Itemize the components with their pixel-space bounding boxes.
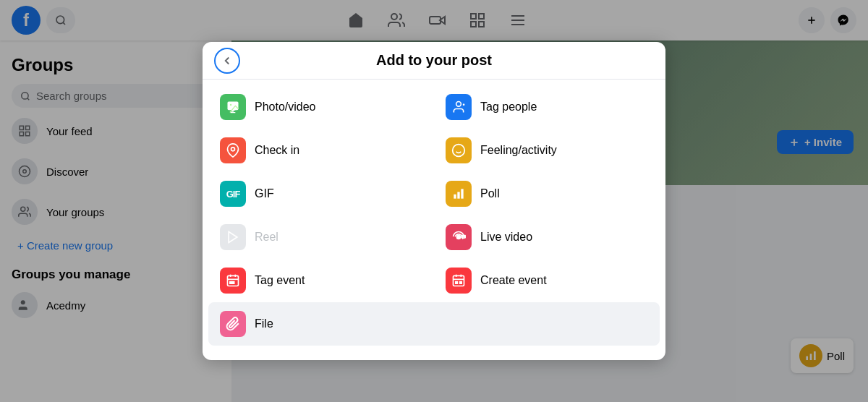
modal-item-create-event[interactable]: Create event [434, 259, 660, 302]
modal-item-photo-video[interactable]: Photo/video [208, 85, 434, 129]
svg-rect-51 [454, 275, 464, 286]
svg-point-30 [230, 104, 232, 106]
svg-rect-55 [456, 282, 458, 284]
svg-rect-50 [232, 282, 234, 284]
svg-rect-45 [228, 275, 239, 286]
svg-rect-39 [457, 192, 459, 199]
create-event-icon [446, 268, 472, 294]
modal-item-gif[interactable]: GIF GIF [208, 172, 434, 215]
tag-event-label: Tag event [255, 274, 305, 287]
poll-modal-icon [446, 181, 472, 207]
file-label: File [255, 317, 273, 330]
svg-marker-41 [229, 232, 237, 243]
svg-point-34 [231, 147, 235, 151]
modal-header: Add to your post [203, 42, 665, 80]
modal-back-button[interactable] [214, 48, 240, 74]
svg-point-35 [453, 145, 465, 157]
live-video-label: Live video [480, 231, 532, 244]
photo-video-icon [220, 94, 246, 120]
modal-item-live-video[interactable]: Live video [434, 215, 660, 259]
modal-item-feeling[interactable]: Feeling/activity [434, 129, 660, 172]
svg-rect-56 [460, 282, 462, 284]
photo-video-label: Photo/video [255, 100, 316, 114]
modal-item-tag-event[interactable]: Tag event [208, 259, 434, 302]
modal-items-grid: Photo/video Tag people Check in Feeling/… [203, 80, 665, 354]
reel-icon [220, 224, 246, 250]
svg-rect-49 [230, 282, 232, 284]
live-video-icon [446, 224, 472, 250]
svg-marker-44 [463, 236, 465, 238]
check-in-label: Check in [255, 144, 299, 157]
file-icon [220, 311, 246, 337]
feeling-icon [446, 137, 472, 163]
modal-item-tag-people[interactable]: Tag people [434, 85, 660, 129]
gif-label: GIF [255, 187, 274, 200]
feeling-label: Feeling/activity [480, 144, 557, 157]
reel-label: Reel [255, 231, 278, 244]
modal-title: Add to your post [376, 52, 492, 69]
svg-rect-38 [461, 189, 463, 198]
svg-rect-40 [454, 194, 456, 199]
modal-item-reel[interactable]: Reel [208, 215, 434, 259]
poll-modal-label: Poll [480, 187, 500, 200]
create-event-label: Create event [480, 274, 547, 287]
tag-event-icon [220, 268, 246, 294]
modal-item-file[interactable]: File [208, 302, 660, 346]
check-in-icon [220, 137, 246, 163]
modal-item-poll[interactable]: Poll [434, 172, 660, 215]
tag-people-icon [446, 94, 472, 120]
svg-point-42 [457, 236, 461, 239]
gif-icon: GIF [220, 181, 246, 207]
tag-people-label: Tag people [480, 100, 537, 114]
svg-point-31 [456, 102, 461, 107]
modal-item-check-in[interactable]: Check in [208, 129, 434, 172]
add-to-post-modal: Add to your post Photo/video Tag people … [203, 42, 665, 360]
